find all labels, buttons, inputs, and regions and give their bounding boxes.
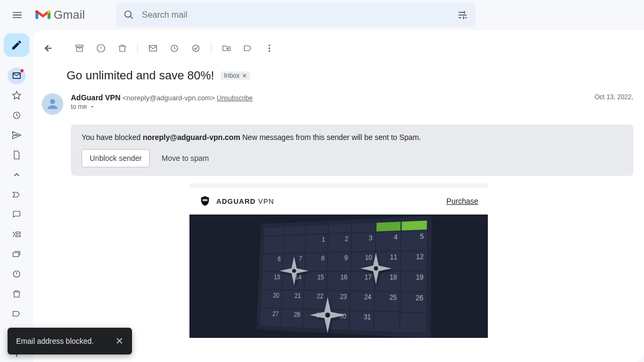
shuriken-icon [308,295,348,335]
sent-icon [12,130,21,140]
menu-icon [11,9,23,21]
svg-point-6 [269,45,270,46]
sidebar-item-chats[interactable] [8,206,26,223]
person-icon [45,97,60,112]
pencil-icon [11,39,23,51]
blocked-message: You have blocked noreply@adguard-vpn.com… [82,133,623,142]
report-spam-button[interactable] [90,38,112,59]
sidebar-item-categories[interactable] [8,226,26,243]
sidebar-item-labels[interactable] [8,306,26,322]
compose-button[interactable] [4,33,30,57]
chevron-up-icon [12,170,21,180]
svg-rect-10 [202,199,207,201]
email-body: ADGUARD VPN Purchase 1234567891011121314… [189,183,488,338]
toast-close-button[interactable]: ✕ [115,335,123,347]
delete-button[interactable] [112,38,133,59]
snooze-button[interactable] [164,38,185,59]
hero-image: 1234567891011121314151617181920212223242… [189,215,488,338]
email-date: Oct 13, 2022, [595,93,633,101]
label-icon [243,43,253,53]
trash-icon [12,289,21,299]
tune-icon[interactable] [457,10,468,20]
sender-avatar[interactable] [42,93,63,115]
clock-icon [12,110,21,120]
purchase-link[interactable]: Purchase [447,197,478,205]
app-header: Gmail [0,0,644,30]
svg-point-13 [292,269,296,272]
sender-email: <noreply@adguard-vpn.com> [122,94,215,102]
chevron-down-icon [89,104,96,110]
categories-icon [12,230,21,239]
labels-button[interactable] [237,38,259,59]
svg-rect-3 [149,46,157,51]
remove-label-icon[interactable]: ✕ [242,72,247,79]
sidebar-item-drafts[interactable] [8,147,26,164]
sidebar-item-trash[interactable] [8,286,26,302]
separator [137,43,138,54]
gmail-text: Gmail [54,8,85,22]
svg-point-8 [269,50,270,51]
archive-button[interactable] [69,38,90,59]
sidebar-item-spam[interactable] [8,266,26,283]
shuriken-icon [358,251,393,286]
sidebar-item-sent[interactable] [8,127,26,144]
sender-name: AdGuard VPN [71,93,121,102]
separator [211,43,211,54]
envelope-icon [148,43,158,53]
archive-icon [75,43,84,53]
unblock-sender-button[interactable]: Unblock sender [82,149,150,167]
shuriken-icon [278,255,310,287]
svg-point-14 [374,267,378,271]
svg-point-11 [203,200,204,201]
main-menu-button[interactable] [4,2,30,28]
sidebar-item-less[interactable] [8,167,26,183]
email-view: Go unlimited and save 80%! Inbox✕ AdGuar… [33,30,644,362]
sidebar [0,30,33,362]
adguard-logo-icon [199,195,211,207]
trash-icon [118,43,127,53]
more-button[interactable] [259,38,280,59]
sidebar-item-snoozed[interactable] [8,107,26,124]
toolbar [33,35,644,61]
svg-point-7 [269,48,270,49]
add-task-button[interactable] [185,38,207,59]
label-chip[interactable]: Inbox✕ [221,71,250,80]
task-icon [191,43,201,53]
folder-move-icon [222,43,231,53]
search-bar[interactable] [116,3,475,27]
back-button[interactable] [38,38,59,59]
toast-message: Email address blocked. [16,337,94,345]
toast-notification: Email address blocked. ✕ [8,328,132,354]
spam-icon [12,269,21,279]
more-vert-icon [265,43,274,53]
move-to-spam-button[interactable]: Move to spam [162,154,209,162]
svg-point-9 [50,99,55,104]
arrow-left-icon [43,43,53,53]
mark-unread-button[interactable] [142,38,164,59]
notification-dot [20,69,24,73]
svg-point-15 [325,313,330,317]
move-to-button[interactable] [216,38,237,59]
sidebar-item-starred[interactable] [8,87,26,104]
sidebar-item-inbox[interactable] [8,68,26,84]
unsubscribe-link[interactable]: Unsubscribe [217,94,253,102]
star-icon [12,91,21,100]
recipient-dropdown[interactable]: to me [71,103,595,110]
svg-point-12 [206,200,207,201]
inbox-icon [12,71,21,80]
gmail-logo[interactable]: Gmail [30,8,90,22]
sidebar-item-important[interactable] [8,187,26,203]
chat-icon [12,210,21,219]
gmail-logo-icon [35,9,50,21]
clock-icon [170,43,179,53]
file-icon [12,150,21,160]
brand-logo: ADGUARD VPN [199,195,274,207]
stacked-mail-icon [12,249,21,259]
search-input[interactable] [142,10,450,20]
report-icon [96,43,106,53]
important-icon [12,190,21,200]
svg-point-5 [193,45,199,51]
email-subject: Go unlimited and save 80%! [67,69,214,83]
sidebar-item-allmail[interactable] [8,246,26,263]
search-icon [123,10,134,20]
